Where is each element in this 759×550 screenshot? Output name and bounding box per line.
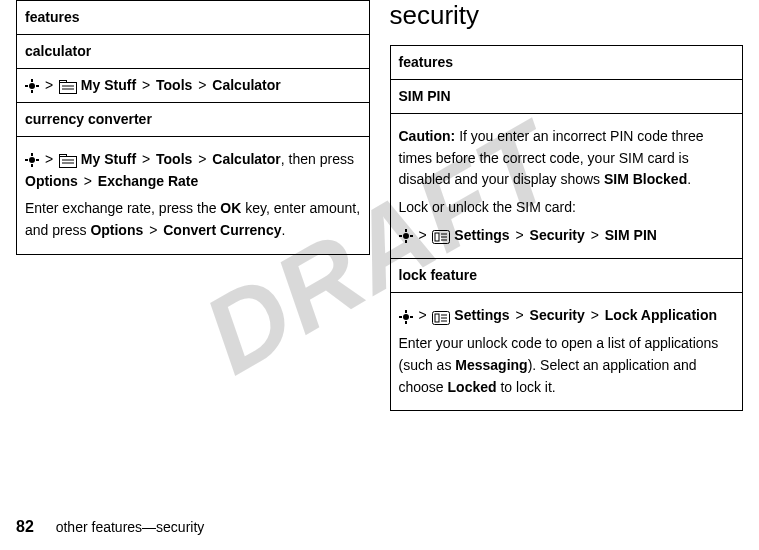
svg-rect-0 [59,83,76,94]
path-security: Security [530,227,585,243]
text: to lock it. [497,379,556,395]
page-number: 82 [16,518,34,535]
currency-instructions: Enter exchange rate, press the OK key, e… [25,198,361,241]
row-body-sim-pin: Caution: If you enter an incorrect PIN c… [390,114,743,259]
separator: > [198,77,206,93]
folder-icon [59,153,77,167]
text: Enter exchange rate, press the [25,200,220,216]
separator: > [418,227,426,243]
row-title-lock-feature: lock feature [390,259,743,293]
separator: > [142,77,150,93]
lock-instructions: Enter your unlock code to open a list of… [399,333,735,398]
page-columns: features calculator > My Stuff > Tools >… [0,0,759,411]
right-table-header: features [390,46,743,80]
right-column: security features SIM PIN Caution: If yo… [390,0,744,411]
separator: > [84,173,92,189]
sim-lock-line: Lock or unlock the SIM card: [399,197,735,219]
path-calculator: Calculator [212,151,280,167]
path-tools: Tools [156,151,192,167]
svg-rect-4 [59,157,76,168]
left-features-table: features calculator > My Stuff > Tools >… [16,0,370,255]
path-sim-pin: SIM PIN [605,227,657,243]
svg-rect-5 [59,155,66,157]
caution-label: Caution: [399,128,456,144]
settings-icon [432,229,450,243]
separator: > [591,227,599,243]
center-key-icon [399,310,413,324]
section-title-security: security [390,0,744,31]
right-features-table: features SIM PIN Caution: If you enter a… [390,45,744,411]
left-column: features calculator > My Stuff > Tools >… [16,0,370,411]
path-convert-currency: Convert Currency [163,222,281,238]
separator: > [45,151,53,167]
center-key-icon [25,153,39,167]
text: . [282,222,286,238]
caution-text-end: . [687,171,691,187]
row-body-calculator: > My Stuff > Tools > Calculator [17,69,370,103]
left-table-header: features [17,1,370,35]
path-options: Options [90,222,143,238]
path-options: Options [25,173,78,189]
locked: Locked [448,379,497,395]
separator: > [515,307,523,323]
currency-tail: , then press [281,151,354,167]
row-title-sim-pin: SIM PIN [390,80,743,114]
ok-key: OK [220,200,241,216]
sim-blocked: SIM Blocked [604,171,687,187]
row-title-currency: currency converter [17,103,370,137]
separator: > [149,222,157,238]
svg-rect-14 [435,314,439,322]
row-body-currency: > My Stuff > Tools > Calculator, then pr… [17,137,370,255]
separator: > [198,151,206,167]
row-title-calculator: calculator [17,35,370,69]
path-tools: Tools [156,77,192,93]
separator: > [418,307,426,323]
settings-icon [432,310,450,324]
separator: > [142,151,150,167]
footer-text: other features—security [56,519,205,535]
lock-path-line: > Settings > Security > Lock Application [399,305,735,327]
sim-path-line: > Settings > Security > SIM PIN [399,225,735,247]
folder-icon [59,79,77,93]
path-my-stuff: My Stuff [81,77,136,93]
currency-path-line: > My Stuff > Tools > Calculator, then pr… [25,149,361,192]
separator: > [515,227,523,243]
center-key-icon [25,79,39,93]
path-exchange-rate: Exchange Rate [98,173,198,189]
svg-rect-1 [59,81,66,83]
svg-rect-9 [435,233,439,241]
page-footer: 82 other features—security [16,518,204,536]
messaging: Messaging [455,357,527,373]
sim-caution: Caution: If you enter an incorrect PIN c… [399,126,735,191]
separator: > [591,307,599,323]
path-my-stuff: My Stuff [81,151,136,167]
row-body-lock-feature: > Settings > Security > Lock Application… [390,293,743,411]
path-settings: Settings [454,227,509,243]
center-key-icon [399,229,413,243]
path-security: Security [530,307,585,323]
path-lock-application: Lock Application [605,307,717,323]
path-calculator: Calculator [212,77,280,93]
separator: > [45,77,53,93]
path-settings: Settings [454,307,509,323]
